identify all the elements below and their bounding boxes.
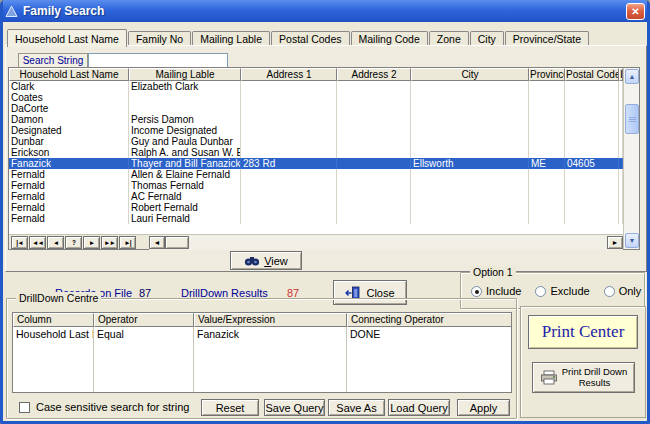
scroll-left-icon[interactable]: ◄ — [149, 236, 165, 249]
save-as-button[interactable]: Save As — [328, 399, 385, 416]
column-header-household-last-name[interactable]: Household Last Name — [9, 68, 129, 81]
dd-header-operator[interactable]: Operator — [94, 313, 194, 327]
table-row[interactable]: Fernald Thomas Fernald — [9, 180, 623, 191]
apply-button[interactable]: Apply — [457, 399, 510, 416]
scroll-right-icon[interactable]: ► — [607, 236, 623, 249]
radio-icon[interactable] — [471, 286, 482, 297]
drilldown-query-row[interactable]: Household Last N. Equal Fanazick DONE — [13, 327, 511, 392]
table-row[interactable]: Dunbar Guy and Paula Dunbar — [9, 136, 623, 147]
nav-search-button[interactable]: ? — [65, 236, 82, 249]
print-center-button[interactable]: Print Center — [528, 315, 638, 349]
drilldown-centre-group: DrillDown Centre Column Operator Value/E… — [6, 298, 517, 419]
tab[interactable]: Mailing Lable — [192, 31, 270, 46]
radio-option[interactable]: Include — [471, 285, 521, 297]
view-button-label: View — [264, 255, 288, 267]
table-row[interactable]: Fanazick Thayer and Bill Fanazick 283 Rd… — [9, 158, 623, 169]
print-dd-label-line1: Print Drill Down — [562, 367, 627, 378]
option1-title: Option 1 — [470, 266, 516, 278]
grid-horizontal-scrollbar[interactable]: ◄ ► — [149, 235, 623, 250]
nav-fast-forward-button[interactable]: ►► — [101, 236, 118, 249]
column-header-address-2[interactable]: Address 2 — [337, 68, 411, 81]
scroll-down-icon[interactable]: ▼ — [625, 233, 639, 248]
vertical-scrollbar-thumb[interactable] — [625, 104, 639, 134]
dd-header-value-expression[interactable]: Value/Expression — [194, 313, 347, 327]
nav-fast-rewind-button[interactable]: ◄◄ — [29, 236, 46, 249]
window-title: Family Search — [23, 4, 626, 18]
tab[interactable]: Zone — [429, 31, 469, 46]
window-close-button[interactable]: ✕ — [626, 3, 645, 20]
tab[interactable]: Province/State — [505, 31, 589, 46]
table-row[interactable]: Clark Elizabeth Clark — [9, 81, 623, 92]
table-row[interactable]: Coates — [9, 92, 623, 103]
printer-icon — [540, 370, 558, 385]
drilldown-centre-title: DrillDown Centre — [16, 292, 101, 304]
load-query-button[interactable]: Load Query — [388, 399, 450, 416]
db-navigator: |◄ ◄◄ ◄ ? ► ►► ►| — [9, 235, 149, 250]
nav-first-button[interactable]: |◄ — [11, 236, 28, 249]
dd-header-connecting-operator[interactable]: Connecting Operator — [347, 313, 511, 327]
nav-last-button[interactable]: ►| — [119, 236, 136, 249]
dd-cell-column: Household Last N. — [13, 327, 94, 392]
view-button[interactable]: View — [230, 251, 302, 270]
print-panel: Print Center Print Drill Down Results — [520, 306, 646, 418]
table-row[interactable]: Fernald AC Fernald — [9, 191, 623, 202]
column-header-province[interactable]: Province — [529, 68, 565, 81]
nav-next-button[interactable]: ► — [83, 236, 100, 249]
column-header-address-1[interactable]: Address 1 — [241, 68, 337, 81]
tab[interactable]: Household Last Name — [7, 29, 127, 47]
binoculars-icon — [244, 255, 260, 267]
table-row[interactable]: Damon Persis Damon — [9, 114, 623, 125]
dd-cell-connecting: DONE — [347, 327, 511, 392]
table-row[interactable]: DaCorte — [9, 103, 623, 114]
table-row[interactable]: Fernald Lauri Fernald — [9, 213, 623, 224]
radio-option[interactable]: Only — [604, 285, 642, 297]
column-header-city[interactable]: City — [411, 68, 529, 81]
dd-cell-value: Fanazick — [194, 327, 347, 392]
title-bar[interactable]: Family Search ✕ — [0, 0, 650, 22]
print-dd-label-line2: Results — [562, 378, 627, 389]
grid-bottom-bar: |◄ ◄◄ ◄ ? ► ►► ►| ◄ ► — [9, 234, 623, 249]
radio-icon[interactable] — [604, 286, 615, 297]
column-header-mailing-lable[interactable]: Mailing Lable — [129, 68, 241, 81]
grid-vertical-scrollbar[interactable]: ▲ ▼ — [623, 68, 639, 249]
reset-button[interactable]: Reset — [201, 399, 259, 416]
results-grid: Household Last Name Mailing Lable Addres… — [8, 67, 640, 250]
tab-strip: Household Last NameFamily NoMailing Labl… — [7, 28, 590, 46]
dd-cell-operator: Equal — [94, 327, 194, 392]
column-header-postal-code[interactable]: Postal Code — [565, 68, 619, 81]
case-sensitive-label: Case sensitive search for string — [36, 401, 189, 413]
tab[interactable]: City — [470, 31, 504, 46]
horizontal-scrollbar-thumb[interactable] — [165, 236, 189, 249]
app-triangle-icon — [5, 5, 18, 18]
radio-icon[interactable] — [535, 286, 546, 297]
tab[interactable]: Mailing Code — [351, 31, 428, 46]
tab[interactable]: Postal Codes — [271, 31, 349, 46]
grid-header: Household Last Name Mailing Lable Addres… — [9, 68, 623, 81]
save-query-button[interactable]: Save Query — [264, 399, 325, 416]
tab[interactable]: Family No — [128, 31, 191, 46]
scroll-up-icon[interactable]: ▲ — [625, 69, 639, 84]
family-search-window: Family Search ✕ Household Last NameFamil… — [0, 0, 650, 424]
table-row[interactable]: Fernald Allen & Elaine Fernald — [9, 169, 623, 180]
close-button-label: Close — [366, 287, 394, 299]
case-sensitive-checkbox[interactable] — [19, 402, 30, 413]
radio-option[interactable]: Exclude — [535, 285, 589, 297]
dd-header-column[interactable]: Column — [13, 313, 94, 327]
grid-rows: Clark Elizabeth Clark Coates — [9, 81, 623, 224]
drilldown-table: Column Operator Value/Expression Connect… — [12, 312, 512, 393]
table-row[interactable]: Fernald Robert Fernald — [9, 202, 623, 213]
print-drilldown-results-button[interactable]: Print Drill Down Results — [532, 362, 635, 393]
table-row[interactable]: Erickson Ralph A. and Susan W. E — [9, 147, 623, 158]
nav-prior-button[interactable]: ◄ — [47, 236, 64, 249]
table-row[interactable]: Designated Income Designated — [9, 125, 623, 136]
